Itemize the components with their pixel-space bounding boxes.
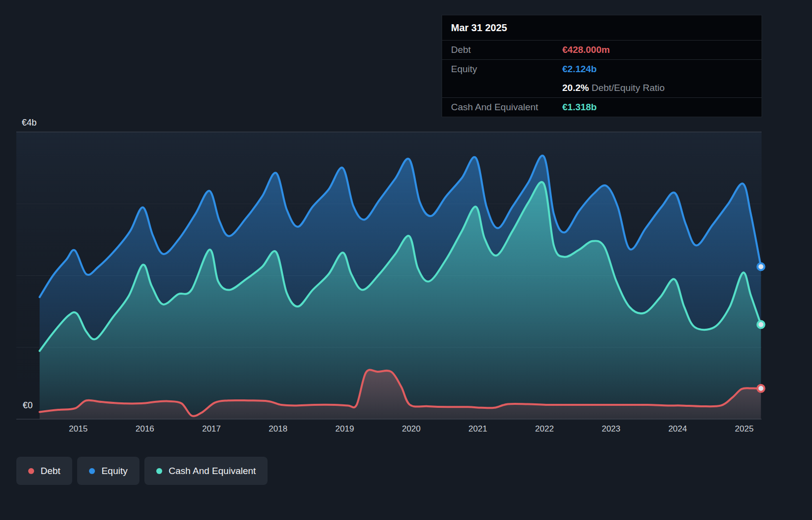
debt-dot-icon: [28, 468, 34, 474]
debt-equity-history-page: €4b €0 201520162017201820192020202120222…: [0, 0, 812, 520]
x-axis-label-2016: 2016: [135, 424, 154, 434]
tooltip-row-cash: Cash And Equivalent €1.318b: [442, 98, 762, 117]
tooltip-cash-value: €1.318b: [562, 102, 597, 113]
legend-label-equity: Equity: [101, 466, 128, 477]
x-axis-label-2023: 2023: [602, 424, 621, 434]
x-axis-label-2021: 2021: [468, 424, 487, 434]
x-axis-label-2025: 2025: [735, 424, 754, 434]
cash-dot-icon: [156, 468, 162, 474]
y-axis-label-max: €4b: [22, 118, 37, 128]
cash-endpoint-marker: [758, 321, 765, 328]
x-axis: 2015201620172018201920202021202220232024…: [0, 424, 812, 437]
tooltip-row-equity: Equity €2.124b: [442, 60, 762, 79]
x-axis-label-2024: 2024: [668, 424, 687, 434]
tooltip-cash-label: Cash And Equivalent: [451, 102, 562, 113]
tooltip-debt-value: €428.000m: [562, 44, 610, 55]
tooltip-row-debt: Debt €428.000m: [442, 41, 762, 60]
x-axis-label-2019: 2019: [335, 424, 354, 434]
tooltip-ratio-value: 20.2% Debt/Equity Ratio: [562, 83, 665, 93]
tooltip-debt-label: Debt: [451, 44, 562, 55]
equity-endpoint-marker: [758, 263, 765, 270]
legend-item-debt[interactable]: Debt: [16, 457, 72, 485]
x-axis-label-2020: 2020: [402, 424, 421, 434]
tooltip-equity-value: €2.124b: [562, 64, 597, 75]
chart-legend: Debt Equity Cash And Equivalent: [16, 457, 268, 485]
x-axis-label-2018: 2018: [269, 424, 287, 434]
legend-item-cash[interactable]: Cash And Equivalent: [144, 457, 268, 485]
equity-dot-icon: [89, 468, 95, 474]
y-axis-label-zero: €0: [23, 400, 33, 411]
tooltip-row-ratio: 20.2% Debt/Equity Ratio: [442, 79, 762, 98]
legend-label-cash: Cash And Equivalent: [169, 466, 256, 477]
debt-endpoint-marker: [758, 385, 765, 392]
x-axis-label-2015: 2015: [69, 424, 88, 434]
x-axis-label-2017: 2017: [202, 424, 221, 434]
legend-label-debt: Debt: [41, 466, 60, 477]
chart-tooltip: Mar 31 2025 Debt €428.000m Equity €2.124…: [442, 15, 762, 117]
tooltip-date: Mar 31 2025: [442, 15, 762, 41]
x-axis-label-2022: 2022: [535, 424, 554, 434]
tooltip-equity-label: Equity: [451, 64, 562, 75]
legend-item-equity[interactable]: Equity: [77, 457, 139, 485]
